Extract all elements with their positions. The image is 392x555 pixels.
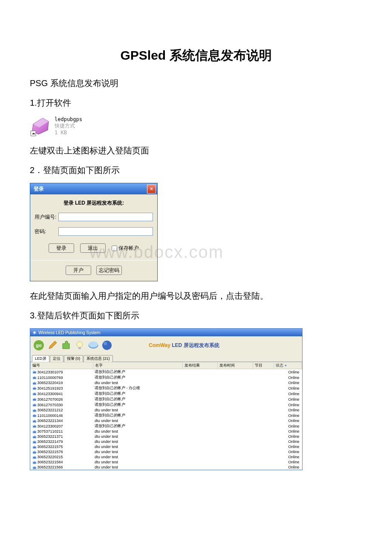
svg-rect-28 (34, 398, 35, 399)
device-icon (32, 461, 37, 464)
password-input[interactable] (58, 227, 153, 236)
svg-rect-61 (34, 456, 35, 457)
app-tab-3[interactable]: 系统信息 (21) (84, 355, 113, 362)
svg-rect-63 (33, 462, 35, 463)
col-0[interactable]: 编号 (31, 362, 93, 369)
app-tab-2[interactable]: 报警 (0) (64, 355, 84, 362)
svg-rect-31 (34, 404, 35, 405)
body-line-6: 3.登陆后软件页面如下图所示 (30, 309, 362, 322)
col-2[interactable]: 发布结果 (182, 362, 217, 369)
svg-rect-19 (34, 382, 35, 382)
device-icon (32, 419, 37, 423)
table-row[interactable]: 306523221371dtu under testOnline (31, 434, 302, 439)
device-icon (32, 409, 37, 412)
col-3[interactable]: 发布时间 (218, 362, 253, 369)
svg-rect-13 (34, 371, 35, 372)
save-account-check[interactable] (112, 246, 117, 251)
device-icon (32, 425, 37, 428)
app-window: Wireless LED Publishing System go ComWay… (30, 328, 303, 470)
svg-text:go: go (36, 343, 42, 348)
device-icon (32, 398, 37, 401)
open-account-button[interactable]: 开户 (66, 266, 91, 275)
go-icon[interactable]: go (33, 339, 45, 351)
pencil-icon[interactable] (46, 339, 58, 351)
forgot-password-button[interactable]: 忘记密码 (96, 266, 122, 275)
svg-rect-16 (34, 376, 35, 377)
app-tab-1[interactable]: 定位 (50, 355, 63, 362)
svg-point-8 (89, 341, 98, 347)
close-icon[interactable]: × (147, 185, 156, 194)
svg-rect-36 (33, 415, 35, 416)
svg-rect-6 (78, 347, 81, 349)
device-icon (32, 440, 37, 444)
password-label: 密码: (35, 228, 58, 235)
login-title-text: 登录 (34, 185, 44, 193)
body-line-2: 1.打开软件 (30, 96, 362, 110)
disk-icon (30, 116, 51, 137)
device-icon (32, 414, 37, 417)
table-row[interactable]: 306523220215dtu under testOnline (31, 454, 302, 460)
table-row[interactable]: 110110000146请放到自己的帐户Online (31, 413, 302, 418)
table-row[interactable]: 304123301079请放到自己的帐户Online (31, 369, 302, 375)
table-row[interactable]: 306523221578dtu under testOnline (31, 449, 302, 454)
svg-rect-58 (34, 451, 35, 451)
svg-point-5 (77, 341, 83, 347)
svg-rect-60 (33, 457, 35, 458)
table-row[interactable]: 306127070026请放到自己的帐户Online (31, 396, 302, 402)
svg-rect-24 (33, 393, 35, 395)
col-4[interactable]: 节目 (253, 362, 274, 369)
table-row[interactable]: 304123300207请放到自己的帐户Online (31, 423, 302, 429)
table-header-row: 编号名字发布结果发布时间节目状态▼ (31, 362, 302, 369)
device-icon (32, 445, 37, 449)
user-input[interactable] (58, 213, 153, 221)
table-row[interactable]: 110110000769请放到自己的帐户Online (31, 375, 302, 380)
table-row[interactable]: 306523221344dtu under testOnline (31, 418, 302, 423)
svg-rect-18 (33, 383, 35, 384)
disk-toolbar-icon[interactable] (87, 339, 99, 351)
table-row[interactable]: 304125191923请放到自己的帐户 - 办公楼Online (31, 385, 302, 391)
device-icon (32, 403, 37, 407)
login-button[interactable]: 登录 (49, 243, 74, 253)
svg-rect-66 (33, 467, 35, 468)
body-line-5: 在此登陆页面输入用户指定的用户编号以及密码后，点击登陆。 (30, 289, 362, 303)
device-icon (32, 451, 37, 454)
shortcut-filename: ledpubgps (55, 116, 82, 123)
login-dialog: 登录 × 登录 LED 屏远程发布系统: 用户编号: 密码: 登录 退出 保存帐… (30, 183, 158, 281)
svg-rect-46 (34, 430, 35, 431)
bulb-icon[interactable] (74, 339, 86, 351)
puzzle-icon[interactable] (60, 339, 72, 351)
svg-rect-54 (33, 447, 35, 448)
globe-icon[interactable] (101, 339, 113, 351)
save-account-checkbox[interactable]: 保存帐户 (112, 245, 139, 252)
svg-rect-51 (33, 442, 35, 443)
table-row[interactable]: 306523221566dtu under testOnline (31, 465, 302, 470)
table-row[interactable]: 306523220419dtu under testOnline (31, 380, 302, 385)
svg-rect-43 (34, 425, 35, 426)
login-subtitle: 登录 LED 屏远程发布系统: (35, 199, 153, 207)
app-toolbar: go ComWay LED 屏远程发布系统 (30, 336, 302, 354)
shortcut-size: 1 KB (55, 130, 82, 136)
exit-button[interactable]: 退出 (80, 243, 106, 253)
login-titlebar: 登录 × (30, 183, 157, 194)
table-row[interactable]: 306523221575dtu under testOnline (31, 444, 302, 449)
col-5[interactable]: 状态▼ (274, 362, 302, 369)
col-1[interactable]: 名字 (93, 362, 182, 369)
svg-rect-55 (34, 445, 35, 446)
sort-icon: ▼ (284, 364, 287, 367)
svg-rect-27 (33, 399, 35, 400)
table-row[interactable]: 306523221584dtu under testOnline (31, 460, 302, 465)
table-row[interactable]: 306523221212dtu under testOnline (31, 408, 302, 413)
svg-point-2 (34, 332, 36, 334)
save-account-label: 保存帐户 (118, 245, 139, 252)
app-title-text: Wireless LED Publishing System (38, 330, 101, 335)
table-row[interactable]: 304123300941请放到自己的帐户Online (31, 391, 302, 396)
device-icon (32, 435, 37, 439)
table-row[interactable]: 307537110211dtu under testOnline (31, 429, 302, 434)
table-row[interactable]: 306523221479dtu under testOnline (31, 439, 302, 444)
svg-rect-52 (34, 440, 35, 441)
device-table: 编号名字发布结果发布时间节目状态▼ 304123301079请放到自己的帐户On… (30, 362, 302, 470)
app-tab-0[interactable]: LED屏 (32, 355, 49, 362)
table-row[interactable]: 306127070330请放到自己的帐户Online (31, 402, 302, 408)
app-icon (32, 330, 37, 335)
shortcut-type: 快捷方式 (55, 123, 82, 130)
